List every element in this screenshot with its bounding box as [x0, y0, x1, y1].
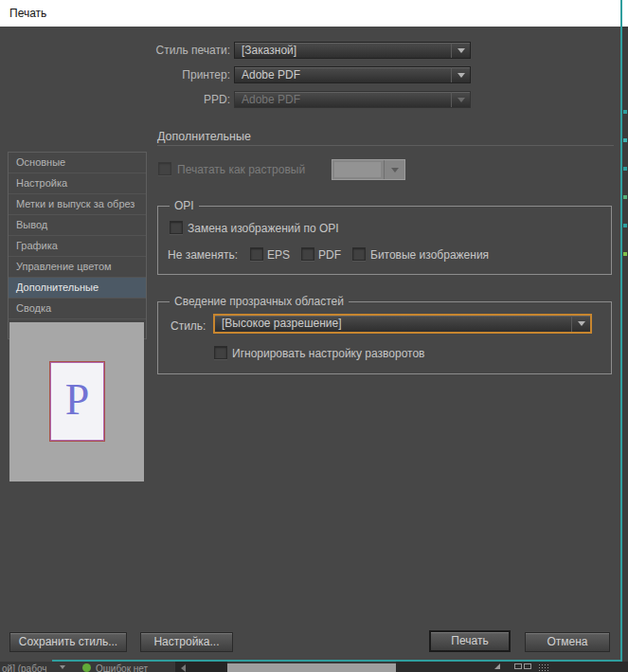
preview-letter: P — [65, 378, 90, 422]
sidebar-item-setup[interactable]: Настройка — [9, 173, 146, 194]
flattener-style-label: Стиль: — [170, 319, 206, 333]
save-preset-button[interactable]: Сохранить стиль... — [9, 632, 127, 652]
chevron-down-icon — [571, 316, 590, 332]
grid-dots-icon[interactable] — [538, 663, 550, 671]
printer-dropdown[interactable]: Adobe PDF — [234, 66, 471, 83]
scroll-left-icon[interactable] — [181, 664, 186, 672]
panel-tab-mark — [623, 224, 627, 227]
chevron-down-icon — [451, 43, 470, 58]
panel-title: Дополнительные — [157, 130, 251, 143]
ppd-value: Adobe PDF — [242, 93, 300, 107]
sidebar-item-advanced[interactable]: Дополнительные — [9, 278, 146, 299]
opi-substitution-checkbox[interactable] — [170, 221, 183, 234]
ignore-spread-overrides-label: Игнорировать настройку разворотов — [232, 347, 424, 360]
panel-tab-mark — [623, 110, 627, 114]
print-preset-label: Стиль печати: — [57, 44, 230, 57]
sidebar-item-summary[interactable]: Сводка — [9, 299, 146, 319]
panel-tab-mark — [623, 195, 627, 199]
omit-label: Не заменять: — [168, 248, 238, 262]
flyout-triangle-icon[interactable] — [494, 663, 500, 669]
status-ok-icon — [82, 663, 91, 672]
screen: Печать Стиль печати: [Заказной] Принтер:… — [0, 0, 628, 672]
background-panel-edge — [622, 27, 628, 672]
window-titlebar: Печать — [0, 0, 628, 27]
flattener-group: Сведение прозрачных областей Стиль: [Выс… — [157, 301, 612, 374]
spread-pages-icon[interactable] — [514, 663, 533, 670]
panel-tab-mark — [623, 138, 627, 142]
print-button[interactable]: Печать — [429, 630, 511, 652]
omit-eps-label: EPS — [267, 248, 290, 262]
print-preview-area: P — [9, 322, 144, 481]
omit-pdf-label: PDF — [318, 248, 341, 262]
chevron-down-icon — [451, 67, 470, 82]
print-as-bitmap-label: Печатать как растровый — [177, 163, 305, 176]
sidebar-item-output[interactable]: Вывод — [9, 215, 146, 236]
bitmap-resolution-value — [334, 162, 381, 177]
sidebar-item-basic[interactable]: Основные — [9, 153, 146, 173]
flattener-style-value: [Высокое разрешение] — [222, 317, 342, 331]
sections-list: Основные Настройка Метки и выпуск за обр… — [8, 152, 147, 339]
opi-group: OPI Замена изображений по OPI Не заменят… — [157, 206, 612, 275]
printer-value: Adobe PDF — [242, 68, 300, 82]
omit-eps-checkbox[interactable] — [250, 247, 263, 261]
preflight-status-text[interactable]: Ошибок нет — [96, 663, 148, 672]
sidebar-item-graphics[interactable]: Графика — [9, 236, 146, 257]
chevron-down-icon — [451, 92, 470, 107]
sidebar-item-color-management[interactable]: Управление цветом — [9, 257, 146, 278]
page-setup-button[interactable]: Настройка... — [140, 632, 233, 652]
panel-tab-mark — [623, 167, 627, 171]
preview-page-margins: P — [50, 362, 104, 441]
background-status-bar: ой] (рабоч Ошибок нет — [0, 662, 628, 672]
horizontal-scrollbar[interactable] — [227, 663, 396, 672]
opi-substitution-label: Замена изображений по OPI — [188, 222, 339, 235]
sidebar-item-marks-bleed[interactable]: Метки и выпуск за обрез — [9, 194, 146, 215]
preview-page[interactable]: P — [49, 361, 105, 442]
window-title: Печать — [9, 7, 46, 20]
ignore-spread-overrides-checkbox[interactable] — [214, 346, 227, 359]
omit-bitmap-label: Битовые изображения — [370, 248, 489, 262]
cancel-button[interactable]: Отмена — [525, 632, 610, 652]
opi-group-title: OPI — [170, 199, 199, 212]
bitmap-resolution-dropdown — [332, 159, 405, 180]
panel-tab-mark — [623, 252, 627, 256]
ppd-dropdown: Adobe PDF — [234, 91, 471, 108]
flattener-group-title: Сведение прозрачных областей — [170, 295, 349, 308]
printer-label: Принтер: — [57, 68, 230, 82]
ppd-label: PPD: — [57, 93, 230, 106]
status-bar-segment — [175, 662, 227, 672]
print-as-bitmap-checkbox — [158, 162, 171, 175]
status-bar-right-segment — [396, 662, 628, 672]
chevron-down-icon — [384, 160, 404, 179]
flattener-style-dropdown[interactable]: [Высокое разрешение] — [213, 314, 592, 334]
omit-bitmap-checkbox[interactable] — [352, 247, 366, 261]
print-preset-dropdown[interactable]: [Заказной] — [234, 42, 471, 59]
print-preset-value: [Заказной] — [242, 44, 296, 58]
panel-title-divider — [157, 145, 614, 146]
page-indicator-text: ой] (рабоч — [2, 663, 46, 672]
omit-pdf-checkbox[interactable] — [301, 247, 314, 261]
chevron-down-icon[interactable] — [60, 665, 65, 669]
